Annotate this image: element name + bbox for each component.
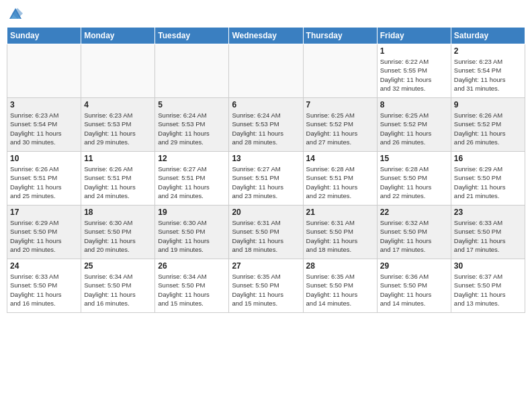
day-number: 8 [380, 100, 448, 109]
day-info: Sunrise: 6:24 AMSunset: 5:53 PMDaylight:… [158, 111, 226, 146]
calendar-cell: 15Sunrise: 6:28 AMSunset: 5:50 PMDayligh… [377, 152, 451, 205]
calendar-cell [7, 44, 81, 98]
day-number: 13 [232, 154, 300, 163]
calendar-cell: 4Sunrise: 6:23 AMSunset: 5:53 PMDaylight… [81, 98, 155, 152]
day-number: 2 [454, 46, 522, 56]
day-number: 17 [10, 208, 78, 217]
calendar-cell: 19Sunrise: 6:30 AMSunset: 5:50 PMDayligh… [155, 205, 229, 259]
day-info: Sunrise: 6:26 AMSunset: 5:51 PMDaylight:… [84, 165, 152, 200]
day-info: Sunrise: 6:23 AMSunset: 5:54 PMDaylight:… [10, 111, 78, 146]
calendar-cell: 24Sunrise: 6:33 AMSunset: 5:50 PMDayligh… [7, 259, 81, 313]
day-info: Sunrise: 6:29 AMSunset: 5:50 PMDaylight:… [10, 218, 78, 254]
day-number: 19 [158, 208, 226, 217]
calendar-cell: 17Sunrise: 6:29 AMSunset: 5:50 PMDayligh… [7, 205, 81, 259]
day-number: 4 [84, 100, 152, 109]
calendar-header-sunday: Sunday [7, 28, 81, 44]
calendar-header-thursday: Thursday [303, 28, 377, 44]
day-info: Sunrise: 6:30 AMSunset: 5:50 PMDaylight:… [158, 218, 226, 254]
day-info: Sunrise: 6:33 AMSunset: 5:50 PMDaylight:… [454, 218, 522, 254]
calendar-header-monday: Monday [81, 28, 155, 44]
calendar-cell: 8Sunrise: 6:25 AMSunset: 5:52 PMDaylight… [377, 98, 451, 152]
calendar-cell: 30Sunrise: 6:37 AMSunset: 5:50 PMDayligh… [451, 259, 525, 313]
calendar-cell: 14Sunrise: 6:28 AMSunset: 5:51 PMDayligh… [303, 152, 377, 205]
calendar-header-wednesday: Wednesday [229, 28, 303, 44]
calendar-cell [155, 44, 229, 98]
day-number: 18 [84, 208, 152, 217]
calendar-cell: 20Sunrise: 6:31 AMSunset: 5:50 PMDayligh… [229, 205, 303, 259]
calendar-cell: 1Sunrise: 6:22 AMSunset: 5:55 PMDaylight… [377, 44, 451, 98]
calendar-cell: 21Sunrise: 6:31 AMSunset: 5:50 PMDayligh… [303, 205, 377, 259]
calendar-cell: 29Sunrise: 6:36 AMSunset: 5:50 PMDayligh… [377, 259, 451, 313]
calendar-cell: 9Sunrise: 6:26 AMSunset: 5:52 PMDaylight… [451, 98, 525, 152]
day-number: 1 [380, 46, 448, 56]
calendar-table: SundayMondayTuesdayWednesdayThursdayFrid… [7, 27, 525, 313]
day-number: 15 [380, 154, 448, 163]
calendar-cell: 28Sunrise: 6:35 AMSunset: 5:50 PMDayligh… [303, 259, 377, 313]
day-number: 7 [306, 100, 374, 109]
day-number: 23 [454, 208, 522, 217]
calendar-cell: 22Sunrise: 6:32 AMSunset: 5:50 PMDayligh… [377, 205, 451, 259]
day-info: Sunrise: 6:23 AMSunset: 5:53 PMDaylight:… [84, 111, 152, 146]
day-info: Sunrise: 6:34 AMSunset: 5:50 PMDaylight:… [158, 272, 226, 308]
day-number: 29 [380, 261, 448, 271]
calendar-cell [81, 44, 155, 98]
day-number: 3 [10, 100, 78, 109]
calendar-cell: 27Sunrise: 6:35 AMSunset: 5:50 PMDayligh… [229, 259, 303, 313]
calendar-cell [303, 44, 377, 98]
day-info: Sunrise: 6:27 AMSunset: 5:51 PMDaylight:… [232, 165, 300, 200]
calendar-header-saturday: Saturday [451, 28, 525, 44]
calendar-cell: 13Sunrise: 6:27 AMSunset: 5:51 PMDayligh… [229, 152, 303, 205]
calendar-cell: 25Sunrise: 6:34 AMSunset: 5:50 PMDayligh… [81, 259, 155, 313]
page-header [7, 7, 525, 21]
calendar-header-row: SundayMondayTuesdayWednesdayThursdayFrid… [7, 28, 525, 44]
day-info: Sunrise: 6:31 AMSunset: 5:50 PMDaylight:… [232, 218, 300, 254]
logo-icon [8, 7, 23, 21]
day-info: Sunrise: 6:33 AMSunset: 5:50 PMDaylight:… [10, 272, 78, 308]
day-info: Sunrise: 6:23 AMSunset: 5:54 PMDaylight:… [454, 57, 522, 93]
day-number: 20 [232, 208, 300, 217]
day-info: Sunrise: 6:31 AMSunset: 5:50 PMDaylight:… [306, 218, 374, 254]
day-info: Sunrise: 6:36 AMSunset: 5:50 PMDaylight:… [380, 272, 448, 308]
calendar-week-4: 17Sunrise: 6:29 AMSunset: 5:50 PMDayligh… [7, 205, 525, 259]
day-number: 26 [158, 261, 226, 271]
day-info: Sunrise: 6:25 AMSunset: 5:52 PMDaylight:… [306, 111, 374, 146]
calendar-cell: 26Sunrise: 6:34 AMSunset: 5:50 PMDayligh… [155, 259, 229, 313]
day-info: Sunrise: 6:25 AMSunset: 5:52 PMDaylight:… [380, 111, 448, 146]
calendar-week-3: 10Sunrise: 6:26 AMSunset: 5:51 PMDayligh… [7, 152, 525, 205]
calendar-week-1: 1Sunrise: 6:22 AMSunset: 5:55 PMDaylight… [7, 44, 525, 98]
day-info: Sunrise: 6:24 AMSunset: 5:53 PMDaylight:… [232, 111, 300, 146]
calendar-header-friday: Friday [377, 28, 451, 44]
day-info: Sunrise: 6:26 AMSunset: 5:51 PMDaylight:… [10, 165, 78, 200]
calendar-cell: 16Sunrise: 6:29 AMSunset: 5:50 PMDayligh… [451, 152, 525, 205]
day-info: Sunrise: 6:32 AMSunset: 5:50 PMDaylight:… [380, 218, 448, 254]
day-number: 11 [84, 154, 152, 163]
day-number: 24 [10, 261, 78, 271]
day-info: Sunrise: 6:22 AMSunset: 5:55 PMDaylight:… [380, 57, 448, 93]
day-info: Sunrise: 6:28 AMSunset: 5:51 PMDaylight:… [306, 165, 374, 200]
day-number: 28 [306, 261, 374, 271]
day-info: Sunrise: 6:29 AMSunset: 5:50 PMDaylight:… [454, 165, 522, 200]
day-info: Sunrise: 6:27 AMSunset: 5:51 PMDaylight:… [158, 165, 226, 200]
calendar-cell: 3Sunrise: 6:23 AMSunset: 5:54 PMDaylight… [7, 98, 81, 152]
calendar-cell: 6Sunrise: 6:24 AMSunset: 5:53 PMDaylight… [229, 98, 303, 152]
day-number: 10 [10, 154, 78, 163]
calendar-week-5: 24Sunrise: 6:33 AMSunset: 5:50 PMDayligh… [7, 259, 525, 313]
day-number: 22 [380, 208, 448, 217]
day-number: 6 [232, 100, 300, 109]
calendar-cell: 11Sunrise: 6:26 AMSunset: 5:51 PMDayligh… [81, 152, 155, 205]
calendar-cell: 7Sunrise: 6:25 AMSunset: 5:52 PMDaylight… [303, 98, 377, 152]
day-info: Sunrise: 6:34 AMSunset: 5:50 PMDaylight:… [84, 272, 152, 308]
day-number: 21 [306, 208, 374, 217]
day-info: Sunrise: 6:35 AMSunset: 5:50 PMDaylight:… [306, 272, 374, 308]
day-info: Sunrise: 6:35 AMSunset: 5:50 PMDaylight:… [232, 272, 300, 308]
calendar-cell: 23Sunrise: 6:33 AMSunset: 5:50 PMDayligh… [451, 205, 525, 259]
day-number: 12 [158, 154, 226, 163]
calendar-cell: 18Sunrise: 6:30 AMSunset: 5:50 PMDayligh… [81, 205, 155, 259]
day-info: Sunrise: 6:26 AMSunset: 5:52 PMDaylight:… [454, 111, 522, 146]
calendar-week-2: 3Sunrise: 6:23 AMSunset: 5:54 PMDaylight… [7, 98, 525, 152]
day-number: 27 [232, 261, 300, 271]
calendar-cell [229, 44, 303, 98]
calendar-header-tuesday: Tuesday [155, 28, 229, 44]
day-info: Sunrise: 6:28 AMSunset: 5:50 PMDaylight:… [380, 165, 448, 200]
day-info: Sunrise: 6:37 AMSunset: 5:50 PMDaylight:… [454, 272, 522, 308]
